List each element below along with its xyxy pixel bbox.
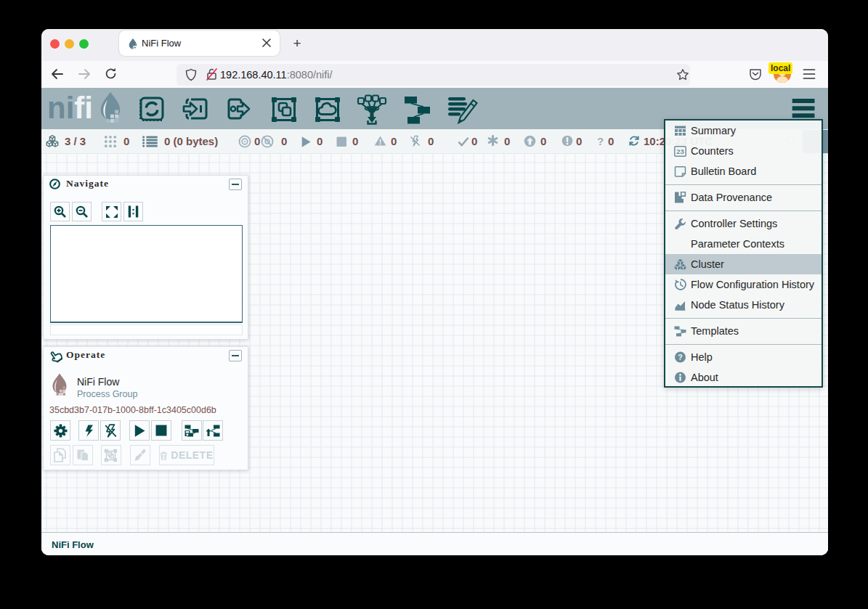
svg-text:23: 23 [676, 147, 684, 155]
svg-text:?: ? [678, 353, 682, 361]
